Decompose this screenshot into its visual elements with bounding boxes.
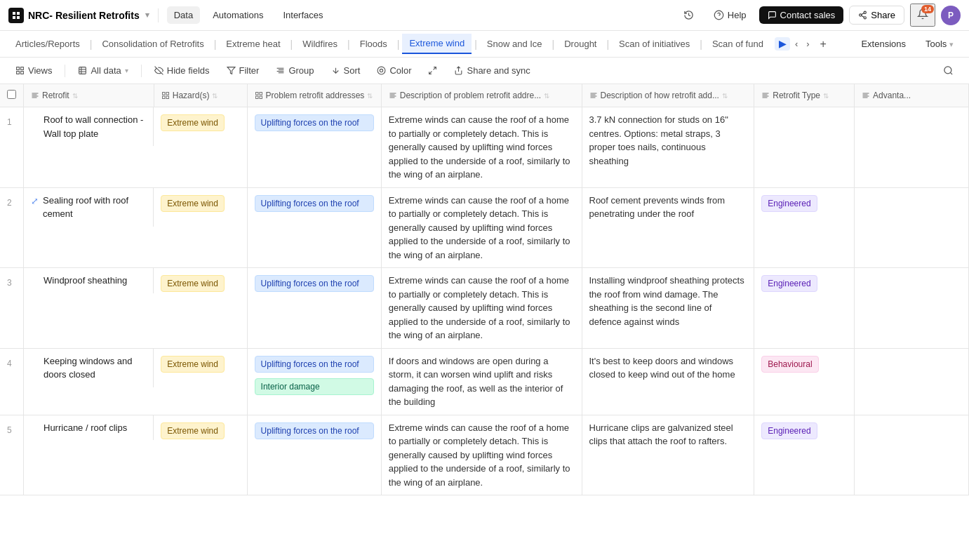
group-button[interactable]: Group xyxy=(269,62,321,79)
desc-how-col-icon xyxy=(589,91,598,100)
tab-articles-reports[interactable]: Articles/Reports xyxy=(8,34,87,53)
svg-rect-35 xyxy=(255,96,258,99)
col-header-problem[interactable]: Problem retrofit addresses ⇅ xyxy=(247,84,381,107)
col-header-advantage-label: Advanta... xyxy=(873,91,911,100)
history-button[interactable] xyxy=(676,6,701,24)
app-logo[interactable]: NRC- Resilient Retrofits ▾ xyxy=(8,8,149,23)
cell-retrofit[interactable]: Keeping windows and doors closed xyxy=(24,349,154,387)
share-sync-button[interactable]: Share and sync xyxy=(447,62,537,79)
svg-point-23 xyxy=(944,67,951,74)
share-button[interactable]: Share xyxy=(849,6,904,25)
tab-drought[interactable]: Drought xyxy=(557,34,603,53)
row-num: 1 xyxy=(0,107,24,188)
select-all-checkbox[interactable] xyxy=(7,90,16,99)
hazard-tag: Extreme wind xyxy=(161,114,225,131)
svg-rect-34 xyxy=(260,93,262,95)
color-button[interactable]: Color xyxy=(370,62,418,79)
row-expand-icon[interactable]: ⤢ xyxy=(31,194,39,208)
tools-button[interactable]: Tools ▾ xyxy=(918,35,961,53)
cell-desc-how: 3.7 kN connection for studs on 16" centr… xyxy=(582,107,754,188)
cell-desc-how: Installing windproof sheathing protects … xyxy=(582,268,754,349)
svg-point-18 xyxy=(377,67,385,74)
nav-data[interactable]: Data xyxy=(167,6,200,24)
views-button[interactable]: Views xyxy=(8,62,59,79)
views-label: Views xyxy=(28,65,52,76)
cell-retrofit[interactable]: Roof to wall connection - Wall top plate xyxy=(24,107,154,146)
col-header-desc-how-sort: ⇅ xyxy=(722,92,728,100)
all-data-button[interactable]: All data ▾ xyxy=(71,62,135,79)
svg-rect-30 xyxy=(166,93,169,95)
svg-rect-36 xyxy=(260,96,262,99)
row-num: 5 xyxy=(0,415,24,495)
cell-problems: Uplifting forces on the roof xyxy=(247,268,381,349)
avatar[interactable]: P xyxy=(941,6,961,25)
svg-line-24 xyxy=(950,72,952,74)
col-header-advantage[interactable]: Advanta... xyxy=(855,84,969,107)
nav-automations[interactable]: Automations xyxy=(206,6,270,24)
retrofit-name: Hurricane / roof clips xyxy=(31,421,127,435)
tab-chevron-right[interactable]: › xyxy=(803,37,813,51)
cell-type: Engineered xyxy=(754,415,855,495)
col-header-desc-prob[interactable]: Description of problem retrofit addre...… xyxy=(381,84,582,107)
add-tab-button[interactable]: + xyxy=(815,35,832,53)
tab-scan-fund[interactable]: Scan of fund xyxy=(705,34,770,53)
app-logo-chevron: ▾ xyxy=(145,11,149,20)
col-header-desc-how-label: Description of how retrofit add... xyxy=(601,91,719,100)
cell-advantage xyxy=(855,415,969,495)
cell-desc-how: Roof cement prevents winds from penetrat… xyxy=(582,187,754,268)
search-button[interactable] xyxy=(936,62,961,79)
cell-desc-prob: If doors and windows are open during a s… xyxy=(381,348,582,415)
svg-rect-7 xyxy=(21,67,24,70)
col-header-hazard[interactable]: Hazard(s) ⇅ xyxy=(154,84,247,107)
col-header-retrofit-sort: ⇅ xyxy=(72,92,78,100)
tab-snow-ice[interactable]: Snow and Ice xyxy=(480,34,549,53)
tab-sep-9: | xyxy=(698,39,704,50)
tab-wildfires[interactable]: Wildfires xyxy=(295,34,345,53)
tab-sep-7: | xyxy=(551,39,556,50)
contact-sales-button[interactable]: Contact sales xyxy=(759,6,844,24)
cell-hazard: Extreme wind xyxy=(154,348,247,415)
tab-sep-8: | xyxy=(605,39,610,50)
app-logo-icon xyxy=(8,8,24,23)
col-header-retrofit[interactable]: Retrofit ⇅ xyxy=(24,84,154,107)
cell-desc-prob: Extreme winds can cause the roof of a ho… xyxy=(381,187,582,268)
cell-desc-prob: Extreme winds can cause the roof of a ho… xyxy=(381,268,582,349)
toolbar: Views All data ▾ Hide fields Filter Grou… xyxy=(0,58,969,84)
contact-sales-label: Contact sales xyxy=(780,10,836,20)
col-header-problem-label: Problem retrofit addresses xyxy=(266,91,365,100)
cell-problems: Uplifting forces on the roofInterior dam… xyxy=(247,348,381,415)
nav-interfaces[interactable]: Interfaces xyxy=(276,6,330,24)
cell-desc-how: Hurricane clips are galvanized steel cli… xyxy=(582,415,754,495)
svg-rect-10 xyxy=(79,67,86,74)
hazard-tag: Extreme wind xyxy=(161,195,225,212)
filter-button[interactable]: Filter xyxy=(220,62,267,79)
tab-extreme-wind[interactable]: Extreme wind xyxy=(402,34,472,54)
tab-extreme-heat[interactable]: Extreme heat xyxy=(219,34,287,53)
cell-retrofit[interactable]: ⤢Sealing roof with roof cement xyxy=(24,188,154,227)
help-label: Help xyxy=(728,10,747,20)
hide-fields-button[interactable]: Hide fields xyxy=(147,62,217,79)
svg-point-3 xyxy=(864,17,866,19)
cell-retrofit[interactable]: Hurricane / roof clips xyxy=(24,415,154,441)
tab-chevron-left[interactable]: ‹ xyxy=(791,37,801,51)
col-header-checkbox xyxy=(0,84,24,107)
sort-button[interactable]: Sort xyxy=(324,62,368,79)
nav-separator xyxy=(158,8,159,22)
notifications-button[interactable]: 14 xyxy=(910,4,935,27)
cell-retrofit[interactable]: Windproof sheathing xyxy=(24,268,154,293)
tab-floods[interactable]: Floods xyxy=(353,34,394,53)
tab-scan-initiatives[interactable]: Scan of initiatives xyxy=(612,34,697,53)
expand-button[interactable] xyxy=(421,62,444,79)
extensions-button[interactable]: Extensions xyxy=(854,35,913,53)
hazard-tag: Extreme wind xyxy=(161,275,225,292)
col-header-desc-how[interactable]: Description of how retrofit add... ⇅ xyxy=(582,84,754,107)
type-tag: Engineered xyxy=(761,195,817,212)
help-button[interactable]: Help xyxy=(707,6,754,24)
hazard-tag: Extreme wind xyxy=(161,356,225,373)
col-header-desc-prob-label: Description of problem retrofit addre... xyxy=(400,91,541,100)
cell-desc-how: It's best to keep doors and windows clos… xyxy=(582,348,754,415)
col-header-type[interactable]: Retrofit Type ⇅ xyxy=(754,84,855,107)
cell-type xyxy=(754,107,855,188)
notifications-badge: 14 xyxy=(921,5,934,13)
tab-consolidation[interactable]: Consolidation of Retrofits xyxy=(95,34,210,53)
